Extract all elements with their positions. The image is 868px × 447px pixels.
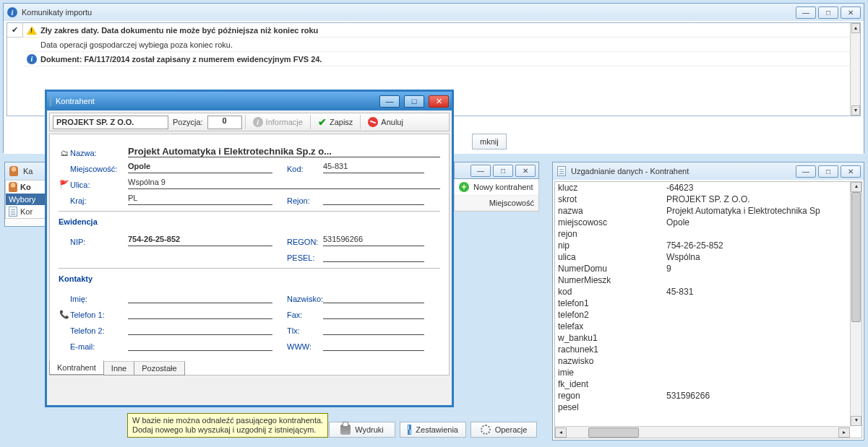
scroll-right-icon[interactable]: ▸ — [838, 428, 850, 438]
left-item-ko[interactable]: Ko — [6, 181, 48, 194]
value-cell: 45-831 — [663, 286, 861, 298]
reconcile-title: Uzgadnianie danych - Kontrahent — [571, 167, 792, 175]
table-row[interactable]: rachunek1 — [555, 344, 861, 355]
scroll-down-icon[interactable]: ▾ — [851, 416, 861, 426]
operacje-button[interactable]: Operacje — [470, 422, 537, 438]
table-row[interactable]: NumerMieszk — [555, 274, 861, 286]
miejscowosc-column-header[interactable]: Miejscowość — [455, 196, 538, 211]
close-button[interactable]: ✕ — [841, 165, 861, 178]
email-field[interactable] — [128, 339, 272, 351]
table-row[interactable]: ulicaWspólna — [555, 251, 861, 263]
kontrahent-name-field[interactable]: PROJEKT SP. Z O.O. — [53, 116, 168, 129]
tel2-field[interactable] — [128, 324, 272, 335]
minimize-button[interactable]: — — [796, 6, 816, 19]
nip-field[interactable]: 754-26-25-852 — [128, 235, 272, 246]
minimize-button[interactable]: — — [470, 165, 491, 177]
kontrahent-form: 🗂 Nazwa: Projekt Automatyka i Elektrotec… — [49, 134, 450, 376]
informacje-button[interactable]: iInformacje — [249, 116, 307, 129]
key-cell: telefon1 — [555, 298, 663, 309]
horizontal-scrollbar[interactable]: ◂ ▸ — [555, 426, 850, 438]
imie-field[interactable] — [128, 292, 272, 303]
maximize-button[interactable]: □ — [818, 6, 838, 19]
pesel-field[interactable] — [323, 251, 424, 262]
nazwa-field[interactable]: Projekt Automatyka i Elektrotechnika Sp.… — [128, 146, 440, 157]
ewidencja-heading: Ewidencja — [59, 217, 440, 226]
close-button[interactable]: ✕ — [429, 95, 449, 108]
www-label: WWW: — [287, 342, 323, 351]
close-button[interactable]: ✕ — [515, 165, 536, 177]
table-row[interactable]: regon531596266 — [555, 390, 861, 402]
regon-field[interactable]: 531596266 — [323, 235, 424, 246]
nowy-kontrahent-button[interactable]: + Nowy kontrahent — [455, 179, 538, 196]
pozycja-field[interactable]: 0 — [207, 116, 242, 129]
table-row[interactable]: nazwaProjekt Automatyka i Elektrotechnik… — [555, 205, 861, 217]
table-row[interactable]: w_banku1 — [555, 332, 861, 344]
pozycja-label: Pozycja: — [170, 118, 206, 126]
maximize-button[interactable]: □ — [818, 165, 838, 178]
table-row[interactable]: miejscowoscOpole — [555, 217, 861, 228]
scroll-up-icon[interactable]: ▴ — [851, 182, 861, 192]
table-row[interactable]: telefon2 — [555, 309, 861, 321]
tel1-field[interactable] — [128, 308, 272, 319]
kod-field[interactable]: 45-831 — [323, 162, 424, 173]
anuluj-button[interactable]: Anuluj — [364, 116, 408, 129]
zapisz-button[interactable]: ✔Zapisz — [314, 115, 357, 129]
value-cell — [663, 228, 861, 240]
scroll-down-icon[interactable]: ▾ — [851, 105, 860, 116]
nazwisko-field[interactable] — [323, 292, 424, 303]
reconcile-titlebar[interactable]: Uzgadnianie danych - Kontrahent — □ ✕ — [553, 162, 864, 180]
minimize-button[interactable]: — — [796, 165, 816, 178]
tab-kontrahent[interactable]: Kontrahent — [49, 360, 104, 375]
key-cell: fk_ident — [555, 378, 663, 390]
message-row[interactable]: Zły zakres daty. Data dokumentu nie może… — [23, 23, 850, 38]
value-cell: 531596266 — [663, 390, 861, 402]
table-row[interactable]: fk_ident — [555, 378, 861, 390]
left-panel-titlebar[interactable]: Ka — [5, 162, 48, 180]
miejscowosc-field[interactable]: Opole — [128, 162, 272, 173]
table-row[interactable]: telefon1 — [555, 298, 861, 309]
tlx-field[interactable] — [323, 324, 424, 335]
maximize-button[interactable]: □ — [404, 95, 424, 108]
wydruki-button[interactable]: Wydruki — [329, 422, 395, 438]
minimize-button[interactable]: — — [379, 95, 400, 108]
key-cell: rejon — [555, 228, 663, 240]
table-row[interactable]: nip754-26-25-852 — [555, 240, 861, 251]
scroll-up-icon[interactable]: ▴ — [851, 23, 860, 33]
close-button[interactable]: ✕ — [841, 6, 861, 19]
table-row[interactable]: klucz-64623 — [555, 182, 861, 194]
kontrahent-titlebar[interactable]: Kontrahent — □ ✕ — [47, 92, 452, 110]
table-row[interactable]: skrotPROJEKT SP. Z O.O. — [555, 194, 861, 205]
table-row[interactable]: rejon — [555, 228, 861, 240]
left-item-kor[interactable]: Kor — [6, 205, 48, 218]
scrollbar-thumb[interactable] — [588, 428, 639, 438]
table-row[interactable]: imie — [555, 367, 861, 378]
table-row[interactable]: telefax — [555, 321, 861, 332]
table-row[interactable]: kod45-831 — [555, 286, 861, 298]
table-row[interactable]: nazwisko — [555, 355, 861, 367]
tab-pozostale[interactable]: Pozostałe — [134, 361, 184, 376]
vertical-scrollbar[interactable]: ▴ ▾ — [850, 182, 861, 426]
rejon-field[interactable] — [323, 194, 424, 205]
value-cell: -64623 — [663, 182, 861, 194]
ulica-field[interactable]: Wspólna 9 — [128, 178, 440, 189]
scrollbar-thumb[interactable] — [851, 192, 861, 322]
close-messages-label: mknij — [480, 137, 499, 146]
maximize-button[interactable]: □ — [493, 165, 513, 177]
fax-field[interactable] — [323, 308, 424, 319]
close-messages-button-partial[interactable]: mknij — [472, 134, 507, 149]
grid-scrollbar[interactable]: ▴ ▾ — [850, 23, 860, 116]
message-row[interactable]: iDokument: FA/117/2014 został zapisany z… — [23, 52, 850, 66]
table-row[interactable]: pesel — [555, 402, 861, 413]
scroll-left-icon[interactable]: ◂ — [555, 428, 567, 438]
zestawienia-button[interactable]: Zestawienia — [400, 422, 466, 438]
www-field[interactable] — [323, 339, 424, 351]
tab-inne[interactable]: Inne — [103, 361, 134, 376]
table-row[interactable]: NumerDomu9 — [555, 263, 861, 274]
kraj-field[interactable]: PL — [128, 194, 272, 205]
reconcile-window: Uzgadnianie danych - Kontrahent — □ ✕ kl… — [552, 162, 864, 441]
import-titlebar[interactable]: i Komunikaty importu — □ ✕ — [4, 4, 864, 21]
kontrahent-title: Kontrahent — [56, 97, 375, 105]
message-row[interactable]: Data operacji gospodarczej wybiega poza … — [23, 38, 850, 52]
left-item-selected[interactable]: Wybory — [6, 194, 48, 205]
check-all[interactable]: ✔ — [7, 23, 23, 38]
